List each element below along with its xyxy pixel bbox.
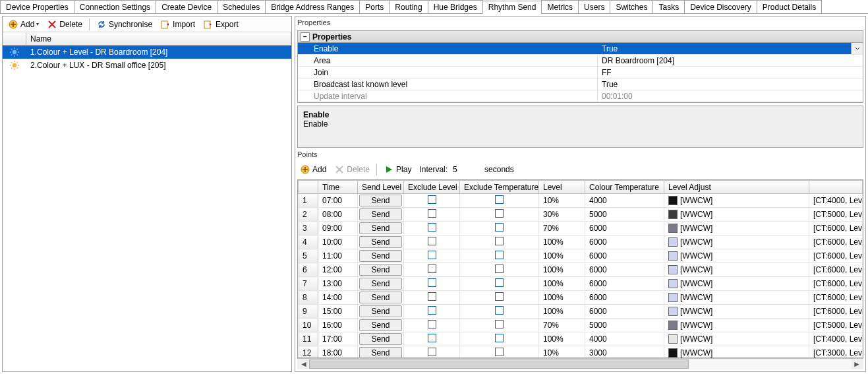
checkbox-icon[interactable] [428, 320, 436, 328]
property-row-join[interactable]: JoinFF [298, 67, 863, 78]
property-grid[interactable]: − Properties EnableTrueAreaDR Boardroom … [297, 30, 863, 103]
checkbox-icon[interactable] [428, 209, 436, 218]
send-button[interactable]: Send [359, 305, 402, 317]
exclude-level-cell[interactable] [404, 194, 460, 208]
checkbox-icon[interactable] [495, 237, 504, 245]
send-button[interactable]: Send [359, 347, 402, 358]
delete-button[interactable]: Delete [44, 18, 85, 31]
checkbox-icon[interactable] [428, 223, 436, 232]
tab-create-device[interactable]: Create Device [156, 0, 217, 13]
property-value[interactable]: True [598, 78, 863, 90]
property-value[interactable]: 00:01:00 [598, 90, 863, 102]
level-cell[interactable]: 30% [539, 208, 585, 222]
level-adjust-cell[interactable]: [WWCW] [664, 249, 809, 263]
synchronise-button[interactable]: Synchronise [94, 18, 155, 31]
time-cell[interactable]: 07:00 [318, 194, 358, 208]
level-adjust-detail-cell[interactable]: [CT:6000, Level:100%] [809, 305, 863, 319]
tab-product-details[interactable]: Product Details [757, 0, 822, 13]
checkbox-icon[interactable] [495, 223, 504, 232]
property-row-update-interval[interactable]: Update interval00:01:00 [298, 90, 863, 102]
colour-temperature-cell[interactable]: 6000 [585, 235, 664, 249]
level-adjust-cell[interactable]: [WWCW] [664, 305, 809, 319]
points-column-header[interactable]: Exclude Temperature [460, 181, 539, 194]
points-row[interactable]: 1218:00Send10%3000[WWCW][CT:3000, Level:… [299, 346, 863, 359]
send-button[interactable]: Send [359, 292, 402, 303]
exclude-level-cell[interactable] [404, 263, 460, 277]
colour-temperature-cell[interactable]: 6000 [585, 277, 664, 291]
points-row[interactable]: 1117:00Send100%4000[WWCW][CT:4000, Level… [299, 332, 863, 346]
exclude-level-cell[interactable] [404, 277, 460, 291]
level-adjust-cell[interactable]: [WWCW] [664, 277, 809, 291]
colour-temperature-cell[interactable]: 4000 [585, 332, 664, 346]
level-adjust-cell[interactable]: [WWCW] [664, 263, 809, 277]
tab-tasks[interactable]: Tasks [652, 0, 685, 13]
time-cell[interactable]: 16:00 [318, 319, 358, 332]
tab-device-discovery[interactable]: Device Discovery [684, 0, 757, 13]
points-row[interactable]: 309:00Send70%6000[WWCW][CT:6000, Level:7… [299, 222, 863, 235]
property-row-enable[interactable]: EnableTrue [298, 43, 863, 55]
send-button[interactable]: Send [359, 208, 402, 220]
exclude-temperature-cell[interactable] [460, 208, 539, 222]
rhythm-list-item[interactable]: 2.Colour + LUX - DR Small office [205] [3, 59, 291, 72]
dropdown-icon[interactable] [851, 43, 863, 54]
exclude-level-cell[interactable] [404, 249, 460, 263]
level-cell[interactable]: 70% [539, 319, 585, 332]
colour-temperature-cell[interactable]: 3000 [585, 346, 664, 359]
checkbox-icon[interactable] [428, 348, 436, 356]
level-adjust-detail-cell[interactable]: [CT:5000, Level:30%] [809, 208, 863, 222]
exclude-level-cell[interactable] [404, 291, 460, 305]
points-column-header[interactable]: Send Level [358, 181, 404, 194]
time-cell[interactable]: 12:00 [318, 263, 358, 277]
horizontal-scrollbar[interactable]: ◄ ► [297, 358, 863, 369]
points-row[interactable]: 1016:00Send70%5000[WWCW][CT:5000, Level:… [299, 319, 863, 332]
checkbox-icon[interactable] [495, 278, 504, 287]
time-cell[interactable]: 13:00 [318, 277, 358, 291]
points-column-header[interactable]: Exclude Level [404, 181, 460, 194]
tab-metrics[interactable]: Metrics [541, 0, 579, 13]
level-adjust-detail-cell[interactable]: [CT:6000, Level:100%] [809, 277, 863, 291]
exclude-level-cell[interactable] [404, 319, 460, 332]
level-adjust-detail-cell[interactable]: [CT:5000, Level:70%] [809, 319, 863, 332]
exclude-temperature-cell[interactable] [460, 319, 539, 332]
send-button[interactable]: Send [359, 195, 402, 206]
tab-schedules[interactable]: Schedules [217, 0, 266, 13]
tab-routing[interactable]: Routing [389, 0, 428, 13]
points-column-header[interactable]: Time [318, 181, 358, 194]
exclude-level-cell[interactable] [404, 346, 460, 359]
points-row[interactable]: 511:00Send100%6000[WWCW][CT:6000, Level:… [299, 249, 863, 263]
level-adjust-cell[interactable]: [WWCW] [664, 319, 809, 332]
exclude-temperature-cell[interactable] [460, 332, 539, 346]
level-adjust-detail-cell[interactable]: [CT:4000, Level:10%] [809, 194, 863, 208]
scroll-left-arrow[interactable]: ◄ [299, 359, 309, 369]
colour-temperature-cell[interactable]: 6000 [585, 263, 664, 277]
checkbox-icon[interactable] [495, 195, 504, 204]
time-cell[interactable]: 14:00 [318, 291, 358, 305]
level-adjust-cell[interactable]: [WWCW] [664, 291, 809, 305]
exclude-level-cell[interactable] [404, 305, 460, 319]
exclude-temperature-cell[interactable] [460, 291, 539, 305]
level-cell[interactable]: 100% [539, 235, 585, 249]
scroll-track[interactable] [309, 359, 852, 369]
tab-switches[interactable]: Switches [610, 0, 653, 13]
points-row[interactable]: 612:00Send100%6000[WWCW][CT:6000, Level:… [299, 263, 863, 277]
exclude-temperature-cell[interactable] [460, 305, 539, 319]
scroll-right-arrow[interactable]: ► [852, 359, 862, 369]
checkbox-icon[interactable] [428, 265, 436, 273]
points-grid[interactable]: TimeSend LevelExclude LevelExclude Tempe… [297, 179, 863, 358]
exclude-level-cell[interactable] [404, 222, 460, 235]
points-row[interactable]: 410:00Send100%6000[WWCW][CT:6000, Level:… [299, 235, 863, 249]
tab-device-properties[interactable]: Device Properties [0, 0, 74, 13]
send-button[interactable]: Send [359, 333, 402, 345]
tab-connection-settings[interactable]: Connection Settings [74, 0, 156, 13]
checkbox-icon[interactable] [428, 251, 436, 259]
points-add-button[interactable]: Add [297, 163, 329, 176]
points-column-header[interactable]: Colour Temperature [585, 181, 664, 194]
send-button[interactable]: Send [359, 250, 402, 262]
collapse-icon[interactable]: − [301, 32, 310, 42]
send-button[interactable]: Send [359, 264, 402, 276]
import-button[interactable]: Import [158, 18, 198, 31]
exclude-temperature-cell[interactable] [460, 277, 539, 291]
colour-temperature-cell[interactable]: 6000 [585, 291, 664, 305]
checkbox-icon[interactable] [495, 348, 504, 356]
level-adjust-detail-cell[interactable]: [CT:6000, Level:100%] [809, 235, 863, 249]
